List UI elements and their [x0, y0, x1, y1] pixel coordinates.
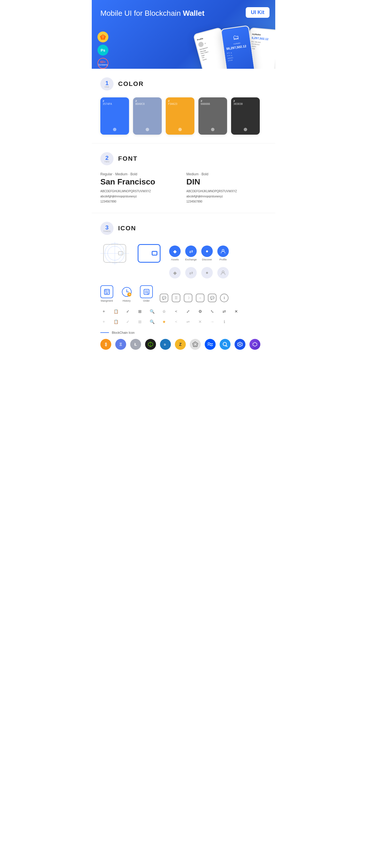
hero-section: Mobile UI for Blockchain Wallet UI Kit P…: [92, 0, 275, 69]
omg-icon: [234, 339, 246, 350]
icon-section-header: 3 THREE ICON: [101, 222, 266, 235]
gear-icon: ⚙: [197, 308, 204, 315]
search-icon: 🔍: [148, 308, 156, 315]
assets-icon-item: ◆ Assets: [169, 246, 181, 261]
hero-title: Mobile UI for Blockchain Wallet: [101, 9, 204, 18]
close-icon-gray: ✕: [197, 318, 204, 325]
color-swatches: #3574FA #8DA0C8 #F5A623 #666666 #303030: [101, 97, 266, 135]
discover-icon-item: ● Discover: [201, 246, 213, 261]
assets-icon: ◆: [169, 246, 181, 257]
share-icon: ⤢: [185, 308, 192, 315]
util-icons-row1: ＋ 📋 ✓ ⊞ 🔍 ☆ ＜ ⤢ ⚙ ⤡ ⇄ ✕: [101, 308, 266, 315]
grid-icon: ⊞: [137, 308, 143, 315]
profile-icon-item: Profile: [217, 246, 229, 261]
order-icon: [140, 285, 153, 298]
bottom-icons-row: Mangment History: [101, 285, 266, 302]
order-icon-item: Order: [140, 285, 153, 302]
circle-icon: ○: [196, 293, 204, 302]
hero-badges: Ps 60+ Screens: [97, 32, 108, 69]
exchange-icon-gray: ⇄: [185, 267, 197, 278]
grid-icon-gray: ⊞: [137, 318, 143, 325]
exchange-icon-item: ⇄ Exchange: [185, 246, 197, 261]
font-san-francisco: Regular · Medium · Bold San Francisco AB…: [101, 172, 181, 204]
management-icon-item: Mangment: [101, 285, 113, 302]
font-section-title: FONT: [118, 155, 138, 162]
clipboard-icon-gray: 📋: [112, 318, 119, 325]
arrow-right-icon-gray: →: [209, 318, 216, 325]
nav-icons-row: ◆ Assets ⇄ Exchange ● Discover Profile: [169, 246, 229, 261]
plus-icon: ＋: [101, 308, 107, 315]
star-filled-icon: ★: [161, 318, 167, 325]
swap-icon: ⇄: [221, 308, 228, 315]
swatch-dark: #303030: [231, 97, 260, 135]
ui-kit-badge: UI Kit: [246, 7, 270, 18]
expand-icon: ⤡: [209, 308, 216, 315]
swatch-blue: #3574FA: [101, 97, 129, 135]
dash-icon: D: [160, 339, 171, 350]
color-section-title: COLOR: [118, 80, 144, 88]
blockchain-label: BlockChain Icon: [112, 331, 135, 334]
discover-icon: ●: [201, 246, 213, 257]
info-icon: ℹ: [220, 293, 228, 302]
nav-icons-gray: ◆ ⇄ ●: [169, 267, 266, 278]
color-number-badge: 1 ONE: [101, 78, 114, 91]
plus-icon-gray: ＋: [101, 318, 107, 325]
title-part1: Mobile UI for Blockchain: [101, 9, 183, 18]
phone-mockups: Profile AI Management Message Rate Colle…: [192, 26, 275, 69]
zec-icon: Z: [175, 339, 186, 350]
swatch-gray-blue: #8DA0C8: [133, 97, 162, 135]
history-icon-item: History: [120, 285, 133, 302]
moon-icon: ☽: [184, 293, 192, 302]
font-number-badge: 2 TWO: [101, 152, 114, 165]
title-bold: Wallet: [183, 9, 205, 18]
swatch-gray: #666666: [198, 97, 227, 135]
chat-icon: 💬: [160, 293, 168, 302]
swatch-orange: #F5A623: [166, 97, 194, 135]
chevron-left-icon: ＜: [173, 308, 179, 315]
exchange-icon: ⇄: [185, 246, 197, 257]
pol-icon: [250, 339, 260, 350]
ps-badge: Ps: [97, 45, 108, 56]
profile-icon: [217, 246, 229, 257]
font-grid: Regular · Medium · Bold San Francisco AB…: [101, 172, 266, 204]
icon-number-badge: 3 THREE: [101, 222, 114, 235]
util-icons-row2: ＋ 📋 ✓ ⊞ 🔍 ★ ＜ ⇌ ✕ → ℹ: [101, 318, 266, 325]
wallet-filled-icon: [138, 244, 161, 263]
history-icon: [120, 285, 133, 298]
font-section-header: 2 TWO FONT: [101, 152, 266, 165]
svg-marker-21: [194, 343, 197, 346]
color-section-header: 1 ONE COLOR: [101, 78, 266, 91]
profile-icon-gray: [217, 267, 229, 278]
font-section: 2 TWO FONT Regular · Medium · Bold San F…: [92, 143, 275, 213]
management-icon: [101, 285, 113, 298]
arrows-icon-gray: ⇌: [185, 318, 192, 325]
svg-rect-9: [105, 293, 108, 294]
close-icon: ✕: [233, 308, 240, 315]
icon-section: 3 THREE ICON ◆ Assets ⇄ Exchange: [92, 213, 275, 359]
btc-icon: ₿: [101, 339, 111, 350]
assets-icon-gray: ◆: [169, 267, 181, 278]
star-icon: ☆: [161, 308, 167, 315]
blockchain-divider: BlockChain Icon: [101, 331, 266, 334]
svg-rect-8: [105, 292, 109, 293]
wallet-outline-icon: [103, 244, 126, 263]
sketch-badge: [97, 32, 108, 42]
eth-icon: Ξ: [115, 339, 126, 350]
ltc-icon: Ł: [130, 339, 141, 350]
wallet-icon-guide: [101, 242, 129, 265]
svg-rect-5: [105, 290, 107, 291]
search-icon-gray: 🔍: [148, 318, 156, 325]
color-section: 1 ONE COLOR #3574FA #8DA0C8 #F5A623 #666…: [92, 69, 275, 143]
qtum-icon: [220, 339, 230, 350]
svg-text:D: D: [164, 343, 166, 346]
wallet-icons-row: ◆ Assets ⇄ Exchange ● Discover Profile: [101, 242, 266, 265]
screens-badge: 60+ Screens: [97, 58, 108, 69]
layers-icon: ☰: [172, 293, 180, 302]
chevron-left-icon-gray: ＜: [173, 318, 179, 325]
neo-icon: [145, 339, 156, 350]
divider-line: [101, 332, 109, 333]
icon-section-title: ICON: [118, 225, 136, 232]
svg-point-22: [223, 342, 227, 346]
clipboard-icon: 📋: [112, 308, 119, 315]
info-circle-icon-gray: ℹ: [221, 318, 228, 325]
